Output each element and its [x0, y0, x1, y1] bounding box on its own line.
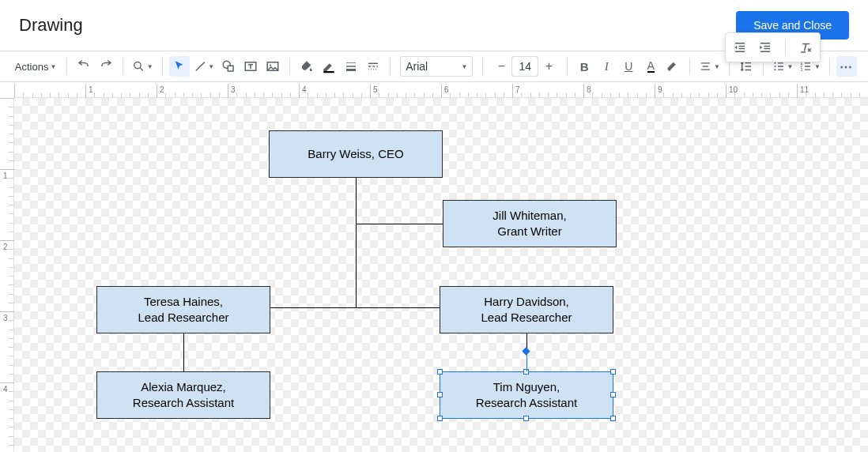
- connector: [356, 178, 357, 307]
- select-tool[interactable]: [169, 56, 190, 77]
- node-text: Grant Writer: [497, 224, 561, 239]
- selection-handle[interactable]: [437, 369, 443, 375]
- align-button[interactable]: ▼: [696, 56, 723, 77]
- indent-increase-button[interactable]: [755, 37, 776, 58]
- overflow-toolbar: [725, 32, 821, 62]
- font-size-value[interactable]: 14: [511, 56, 538, 77]
- drawing-canvas[interactable]: Barry Weiss, CEO Jill Whiteman, Grant Wr…: [14, 98, 868, 452]
- node-text: Tim Nguyen,: [493, 379, 560, 395]
- clear-formatting-button[interactable]: [795, 37, 816, 58]
- svg-point-9: [774, 69, 776, 70]
- separator: [66, 58, 67, 75]
- separator: [829, 58, 830, 75]
- separator: [123, 58, 123, 75]
- fill-color-button[interactable]: [296, 56, 317, 77]
- separator: [390, 58, 391, 75]
- image-tool[interactable]: [262, 56, 283, 77]
- org-node-ra2[interactable]: Tim Nguyen, Research Assistant: [440, 371, 613, 419]
- svg-rect-2: [228, 66, 234, 71]
- node-text: Lead Researcher: [138, 310, 228, 326]
- svg-point-7: [774, 62, 776, 64]
- separator: [689, 58, 690, 75]
- selection-handle[interactable]: [610, 392, 616, 397]
- separator: [567, 58, 568, 75]
- svg-rect-6: [323, 71, 334, 73]
- node-text: Lead Researcher: [481, 310, 572, 326]
- undo-button[interactable]: [74, 56, 94, 77]
- ruler-area: Barry Weiss, CEO Jill Whiteman, Grant Wr…: [0, 84, 868, 452]
- node-text: Research Assistant: [133, 395, 234, 411]
- zoom-button[interactable]: ▼: [130, 56, 156, 77]
- font-size-decrease[interactable]: −: [492, 56, 510, 77]
- highlight-color-button[interactable]: [662, 56, 683, 77]
- org-node-lead2[interactable]: Harry Davidson, Lead Researcher: [440, 286, 613, 333]
- node-text: Barry Weiss, CEO: [308, 146, 403, 162]
- selection-connector: [526, 351, 527, 371]
- separator: [785, 39, 786, 56]
- org-node-ceo[interactable]: Barry Weiss, CEO: [269, 130, 443, 178]
- font-size-picker: − 14 +: [492, 56, 557, 77]
- ruler-horizontal: [14, 84, 868, 98]
- node-text: Alexia Marquez,: [141, 379, 226, 395]
- svg-point-5: [270, 64, 271, 66]
- shape-tool[interactable]: [218, 56, 239, 77]
- node-text: Jill Whiteman,: [492, 208, 566, 224]
- selection-handle[interactable]: [610, 416, 616, 421]
- separator: [162, 58, 163, 75]
- more-options-button[interactable]: ⋯: [836, 56, 857, 77]
- separator: [482, 58, 483, 75]
- selection-handle[interactable]: [437, 416, 443, 421]
- actions-menu[interactable]: Actions▼: [11, 56, 60, 77]
- node-text: Harry Davidson,: [484, 294, 569, 310]
- connector: [356, 224, 443, 224]
- node-text: Research Assistant: [476, 395, 577, 411]
- org-node-grant[interactable]: Jill Whiteman, Grant Writer: [443, 200, 617, 247]
- indent-decrease-button[interactable]: [730, 37, 750, 58]
- font-family-picker[interactable]: Arial▼: [400, 56, 473, 77]
- bold-button[interactable]: B: [574, 56, 594, 77]
- org-node-lead1[interactable]: Teresa Haines, Lead Researcher: [96, 286, 270, 333]
- page-title: Drawing: [19, 15, 83, 36]
- border-dash-button[interactable]: [363, 56, 383, 77]
- border-color-button[interactable]: [319, 56, 339, 77]
- selection-handle[interactable]: [523, 416, 529, 421]
- svg-point-0: [134, 62, 141, 68]
- svg-point-8: [774, 66, 776, 67]
- font-size-increase[interactable]: +: [540, 56, 557, 77]
- separator: [289, 58, 290, 75]
- ruler-vertical: [0, 98, 14, 452]
- text-color-button[interactable]: A: [640, 56, 661, 77]
- org-node-ra1[interactable]: Alexia Marquez, Research Assistant: [96, 371, 270, 419]
- italic-button[interactable]: I: [596, 56, 617, 77]
- node-text: Teresa Haines,: [144, 294, 223, 310]
- svg-text:3: 3: [801, 68, 803, 72]
- underline-button[interactable]: U: [618, 56, 639, 77]
- textbox-tool[interactable]: [240, 56, 261, 77]
- border-weight-button[interactable]: [341, 56, 361, 77]
- line-tool[interactable]: ▼: [191, 56, 217, 77]
- redo-button[interactable]: [96, 56, 116, 77]
- connector: [183, 333, 184, 372]
- selection-handle[interactable]: [610, 369, 616, 375]
- selection-handle[interactable]: [437, 392, 443, 397]
